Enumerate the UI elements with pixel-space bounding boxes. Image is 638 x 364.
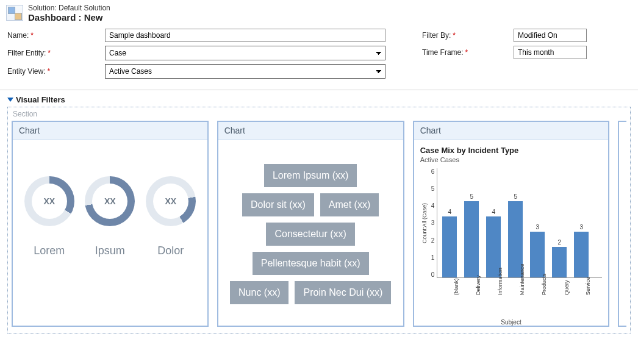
page-title: Dashboard : New [28, 12, 110, 23]
tag-item: Consectetur (xx) [266, 223, 354, 246]
caret-down-icon [7, 98, 13, 102]
title-bar: Solution: Default Solution Dashboard : N… [0, 0, 638, 29]
gauge-item: XX Lorem [24, 176, 74, 257]
bar-column: 5 [463, 193, 480, 277]
chart-card-gauges[interactable]: Chart XX Lorem XX Ipsum XX Dolor [12, 121, 209, 327]
x-axis-ticks: (blank)DeliveryInformationMaintenancePro… [420, 279, 603, 288]
filter-by-input[interactable] [514, 29, 587, 42]
filter-entity-select[interactable]: Case [105, 46, 385, 60]
tag-item: Proin Nec Dui (xx) [295, 281, 391, 304]
tag-item: Lorem Ipsum (xx) [264, 164, 357, 187]
chart-card-bars[interactable]: Chart Case Mix by Incident Type Active C… [413, 121, 610, 327]
entity-view-label: Entity View:* [7, 67, 105, 76]
tag-item: Pellentesque habit (xx) [253, 252, 369, 275]
bar-column: 4 [441, 209, 458, 277]
tag-item: Dolor sit (xx) [242, 193, 314, 216]
tag-item: Nunc (xx) [230, 281, 289, 304]
tag-cloud: Lorem Ipsum (xx)Dolor sit (xx)Amet (xx)C… [224, 146, 397, 323]
bar-column: 2 [551, 239, 568, 277]
x-axis-label: Subject [420, 319, 603, 326]
gauge-label: Dolor [157, 244, 184, 257]
bar-plot: 4545323 [437, 168, 602, 278]
visual-filters-toggle[interactable]: Visual Filters [0, 91, 638, 107]
solution-label: Solution: Default Solution [28, 4, 110, 12]
filter-by-label: Filter By:* [422, 31, 514, 40]
donut-gauge-icon: XX [146, 176, 196, 226]
name-input[interactable] [105, 29, 385, 42]
visual-filters-section: Section Chart XX Lorem XX Ipsum XX Do [7, 107, 631, 334]
bar-column: 3 [529, 224, 546, 277]
section-label: Section [12, 109, 626, 121]
gauge-label: Lorem [34, 244, 65, 257]
donut-gauge-icon: XX [85, 176, 135, 226]
visual-filters-heading: Visual Filters [16, 95, 65, 104]
chart-header: Chart [218, 122, 403, 140]
time-frame-input[interactable] [514, 46, 587, 59]
chart-header: Chart [13, 122, 207, 140]
chart-card-tags[interactable]: Chart Lorem Ipsum (xx)Dolor sit (xx)Amet… [217, 121, 404, 327]
y-axis-ticks: 6543210 [429, 168, 437, 278]
chart-header: Chart [414, 122, 609, 140]
time-frame-label: Time Frame:* [422, 48, 514, 57]
bar-column: 3 [573, 224, 590, 277]
name-label: Name:* [7, 31, 105, 40]
dashboard-icon [6, 5, 23, 21]
bar-chart-subtitle: Active Cases [420, 156, 603, 163]
gauge-item: XX Ipsum [85, 176, 135, 257]
y-axis-label: Count:All (Case) [420, 168, 429, 278]
gauge-label: Ipsum [95, 244, 125, 257]
filter-entity-label: Filter Entity:* [7, 49, 105, 57]
divider [0, 90, 638, 90]
donut-gauge-icon: XX [24, 176, 74, 226]
tag-item: Amet (xx) [320, 193, 379, 216]
form-area: Name:* Filter Entity:* Case Entity View:… [0, 29, 638, 87]
bar-chart-title: Case Mix by Incident Type [420, 146, 603, 155]
gauge-item: XX Dolor [146, 176, 196, 257]
entity-view-select[interactable]: Active Cases [105, 64, 385, 79]
chart-card-peek[interactable] [618, 121, 626, 327]
